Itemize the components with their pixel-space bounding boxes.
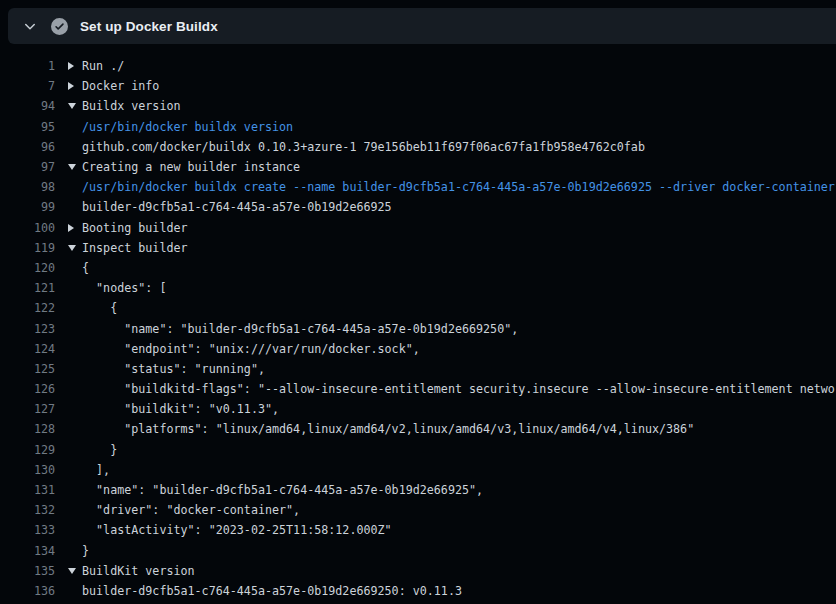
log-line: 128 "platforms": "linux/amd64,linux/amd6… <box>0 419 836 439</box>
log-line[interactable]: 97 Creating a new builder instance <box>0 157 836 177</box>
log-line-text: Inspect builder <box>82 241 188 255</box>
log-line: 126 "buildkitd-flags": "--allow-insecure… <box>0 379 836 399</box>
line-number[interactable]: 122 <box>0 301 55 315</box>
log-line[interactable]: 7 Docker info <box>0 76 836 96</box>
log-line: 95 /usr/bin/docker buildx version <box>0 117 836 137</box>
line-number[interactable]: 96 <box>0 140 55 154</box>
group-arrow-slot <box>68 224 82 232</box>
line-number[interactable]: 127 <box>0 402 55 416</box>
group-expanded-arrow-icon[interactable] <box>68 245 76 251</box>
line-number[interactable]: 124 <box>0 342 55 356</box>
check-circle-icon <box>51 18 68 35</box>
log-line-text: builder-d9cfb5a1-c764-445a-a57e-0b19d2e6… <box>82 584 462 598</box>
group-arrow-slot <box>68 245 82 251</box>
line-number[interactable]: 132 <box>0 503 55 517</box>
log-line: 131 "name": "builder-d9cfb5a1-c764-445a-… <box>0 480 836 500</box>
group-arrow-slot <box>68 103 82 109</box>
line-number[interactable]: 133 <box>0 523 55 537</box>
log-line: 129 } <box>0 440 836 460</box>
log-line: 130 ], <box>0 460 836 480</box>
log-line-text: "buildkitd-flags": "--allow-insecure-ent… <box>82 382 836 396</box>
line-number[interactable]: 125 <box>0 362 55 376</box>
log-line-text: github.com/docker/buildx 0.10.3+azure-1 … <box>82 140 645 154</box>
line-number[interactable]: 129 <box>0 443 55 457</box>
log-line: 136 builder-d9cfb5a1-c764-445a-a57e-0b19… <box>0 581 836 601</box>
log-line-text: "endpoint": "unix:///var/run/docker.sock… <box>82 342 420 356</box>
chevron-down-icon[interactable] <box>22 18 38 34</box>
line-number[interactable]: 135 <box>0 564 55 578</box>
log-line-text: } <box>82 443 117 457</box>
log-line: 99 builder-d9cfb5a1-c764-445a-a57e-0b19d… <box>0 197 836 217</box>
log-line: 132 "driver": "docker-container", <box>0 500 836 520</box>
group-arrow-slot <box>68 568 82 574</box>
log-line-text: "name": "builder-d9cfb5a1-c764-445a-a57e… <box>82 483 483 497</box>
log-line-text: "status": "running", <box>82 362 265 376</box>
log-line[interactable]: 135 BuildKit version <box>0 561 836 581</box>
line-number[interactable]: 7 <box>0 79 55 93</box>
log-line-text: ], <box>82 463 110 477</box>
group-expanded-arrow-icon[interactable] <box>68 164 76 170</box>
log-line-text: builder-d9cfb5a1-c764-445a-a57e-0b19d2e6… <box>82 200 392 214</box>
log-line-text: "buildkit": "v0.11.3", <box>82 402 279 416</box>
line-number[interactable]: 120 <box>0 261 55 275</box>
log-line[interactable]: 119 Inspect builder <box>0 238 836 258</box>
log-line: 96 github.com/docker/buildx 0.10.3+azure… <box>0 137 836 157</box>
log-line: 98 /usr/bin/docker buildx create --name … <box>0 177 836 197</box>
step-title: Set up Docker Buildx <box>80 19 218 34</box>
log-line-text: { <box>82 301 117 315</box>
log-line: 120 { <box>0 258 836 278</box>
line-number[interactable]: 136 <box>0 584 55 598</box>
log-line[interactable]: 94 Buildx version <box>0 96 836 116</box>
log-line-text: Booting builder <box>82 221 188 235</box>
group-expanded-arrow-icon[interactable] <box>68 103 76 109</box>
log-line[interactable]: 100 Booting builder <box>0 218 836 238</box>
group-arrow-slot <box>68 82 82 90</box>
log-line-text: /usr/bin/docker buildx version <box>82 120 293 134</box>
line-number[interactable]: 97 <box>0 160 55 174</box>
log-line-text: "lastActivity": "2023-02-25T11:58:12.000… <box>82 523 392 537</box>
log-line-text: /usr/bin/docker buildx create --name bui… <box>82 180 835 194</box>
group-arrow-slot <box>68 164 82 170</box>
log-line: 134 } <box>0 541 836 561</box>
line-number[interactable]: 123 <box>0 322 55 336</box>
line-number[interactable]: 134 <box>0 544 55 558</box>
line-number[interactable]: 99 <box>0 200 55 214</box>
log-line-text: "driver": "docker-container", <box>82 503 300 517</box>
line-number[interactable]: 94 <box>0 99 55 113</box>
log-viewer: 1 Run ./ 7 Docker info 94 Buildx version… <box>0 44 836 601</box>
log-line-text: Creating a new builder instance <box>82 160 300 174</box>
log-line-text: "name": "builder-d9cfb5a1-c764-445a-a57e… <box>82 322 518 336</box>
log-line: 125 "status": "running", <box>0 359 836 379</box>
line-number[interactable]: 100 <box>0 221 55 235</box>
step-header[interactable]: Set up Docker Buildx <box>8 8 836 44</box>
log-line-text: BuildKit version <box>82 564 195 578</box>
line-number[interactable]: 131 <box>0 483 55 497</box>
log-line-text: "platforms": "linux/amd64,linux/amd64/v2… <box>82 422 694 436</box>
log-line: 133 "lastActivity": "2023-02-25T11:58:12… <box>0 520 836 540</box>
group-collapsed-arrow-icon[interactable] <box>68 224 74 232</box>
line-number[interactable]: 95 <box>0 120 55 134</box>
group-arrow-slot <box>68 62 82 70</box>
log-line: 124 "endpoint": "unix:///var/run/docker.… <box>0 339 836 359</box>
log-line-text: Buildx version <box>82 99 181 113</box>
line-number[interactable]: 121 <box>0 281 55 295</box>
line-number[interactable]: 98 <box>0 180 55 194</box>
log-line-text: } <box>82 544 89 558</box>
log-line-text: { <box>82 261 89 275</box>
line-number[interactable]: 126 <box>0 382 55 396</box>
group-collapsed-arrow-icon[interactable] <box>68 62 74 70</box>
line-number[interactable]: 119 <box>0 241 55 255</box>
line-number[interactable]: 130 <box>0 463 55 477</box>
group-collapsed-arrow-icon[interactable] <box>68 82 74 90</box>
log-line-text: Docker info <box>82 79 159 93</box>
log-line[interactable]: 1 Run ./ <box>0 56 836 76</box>
log-line: 122 { <box>0 298 836 318</box>
log-line: 127 "buildkit": "v0.11.3", <box>0 399 836 419</box>
log-line: 121 "nodes": [ <box>0 278 836 298</box>
log-line-text: Run ./ <box>82 59 124 73</box>
group-expanded-arrow-icon[interactable] <box>68 568 76 574</box>
log-line-text: "nodes": [ <box>82 281 166 295</box>
line-number[interactable]: 128 <box>0 422 55 436</box>
line-number[interactable]: 1 <box>0 59 55 73</box>
log-line: 123 "name": "builder-d9cfb5a1-c764-445a-… <box>0 318 836 338</box>
